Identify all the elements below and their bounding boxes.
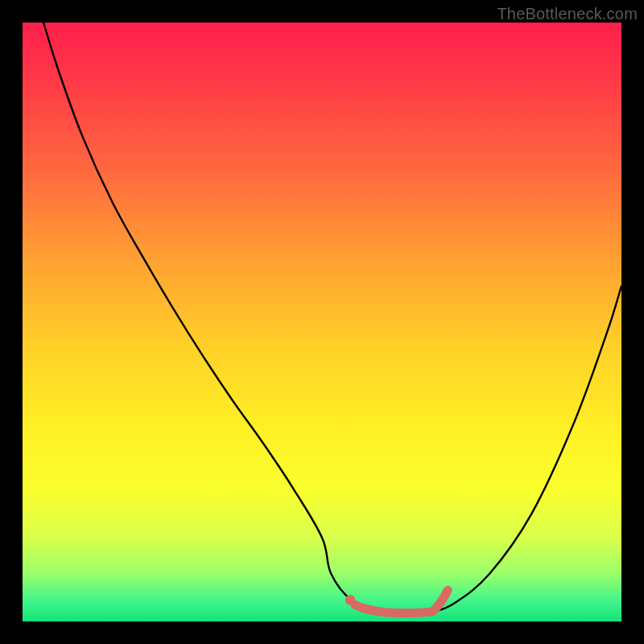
chart-container: TheBottleneck.com: [0, 0, 644, 644]
marker-highlight-dot: [345, 595, 356, 605]
marker-layer: [345, 595, 356, 605]
watermark-text: TheBottleneck.com: [497, 5, 638, 23]
gradient-background: [23, 23, 621, 621]
bottleneck-chart: [0, 0, 644, 644]
